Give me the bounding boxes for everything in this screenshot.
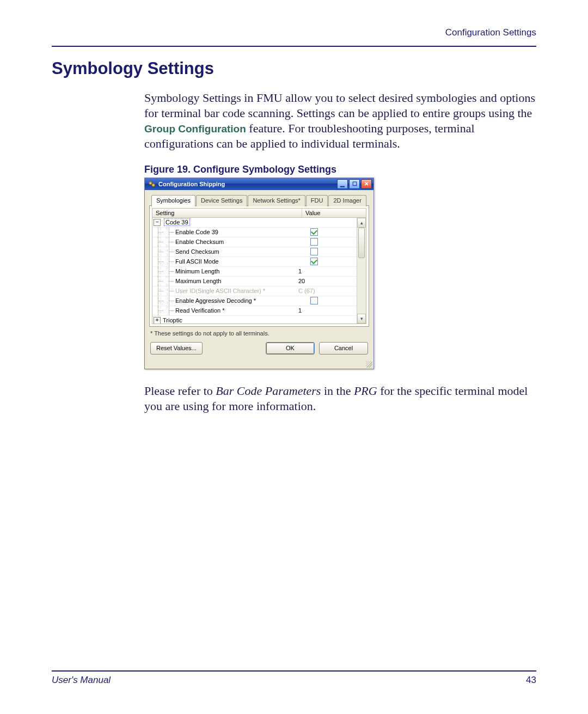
footnote: * These settings do not apply to all ter… [150, 330, 368, 337]
tree-label: Enable Checksum [175, 239, 224, 245]
tree-leaf-aggressive-decoding[interactable]: Enable Aggressive Decoding * [152, 296, 366, 306]
tab-fdu[interactable]: FDU [306, 195, 328, 206]
config-dialog: Configuration Shipping ▁ ☐ ✕ Symbologies… [144, 178, 374, 369]
tree-node-trioptic[interactable]: + Trioptic [152, 316, 366, 324]
tab-device-settings[interactable]: Device Settings [196, 195, 247, 206]
intro-paragraph: Symbology Settings in FMU allow you to s… [144, 90, 536, 152]
minimize-button[interactable]: ▁ [337, 179, 348, 189]
closing-paragraph: Please refer to Bar Code Parameters in t… [144, 383, 536, 414]
tree-label: Code 39 [164, 218, 190, 226]
ital-prg: PRG [354, 384, 377, 398]
svg-point-3 [153, 185, 154, 186]
tree-leaf-send-checksum[interactable]: Send Checksum [152, 247, 366, 257]
checkbox-icon[interactable] [310, 238, 318, 246]
gears-icon [148, 180, 156, 188]
tree-label: User ID(Single ASCII Character) * [175, 288, 265, 294]
tree-leaf-read-verification[interactable]: Read Verification * 1 [152, 306, 366, 316]
footer-manual: User's Manual [52, 675, 111, 685]
group-configuration-term: Group Configuration [144, 123, 246, 135]
footer-page-number: 43 [526, 675, 536, 686]
tab-network-settings[interactable]: Network Settings* [248, 195, 305, 206]
tree-leaf-max-length[interactable]: Maximum Length 20 [152, 277, 366, 286]
col-setting[interactable]: Setting [152, 209, 302, 217]
tree-leaf-enable-checksum[interactable]: Enable Checksum [152, 237, 366, 247]
scroll-down-icon[interactable]: ▾ [357, 314, 366, 324]
tree-label: Read Verification * [175, 307, 225, 314]
running-header: Configuration Settings [52, 27, 536, 38]
tree-leaf-full-ascii[interactable]: Full ASCII Mode [152, 257, 366, 267]
tree-leaf-enable-code39[interactable]: Enable Code 39 [152, 228, 366, 237]
checkbox-checked-icon[interactable] [310, 258, 318, 265]
cell-value: 1 [298, 268, 302, 274]
tab-symbologies[interactable]: Symbologies [151, 195, 195, 206]
maximize-button[interactable]: ☐ [349, 179, 360, 189]
col-value[interactable]: Value [302, 209, 366, 217]
ital-bar-code-params: Bar Code Parameters [216, 384, 321, 398]
tree-label: Enable Aggressive Decoding * [175, 297, 256, 304]
tree-label: Maximum Length [175, 278, 221, 284]
tree-label: Enable Code 39 [175, 229, 218, 235]
figure-caption: Figure 19. Configure Symbology Settings [144, 164, 536, 175]
page-footer: User's Manual 43 [52, 670, 536, 686]
tree-label: Trioptic [163, 317, 182, 324]
grid-header: Setting Value [152, 208, 366, 218]
tree-leaf-user-id: User ID(Single ASCII Character) * C (67) [152, 286, 366, 296]
expand-icon[interactable]: + [154, 317, 161, 324]
reset-values-button[interactable]: Reset Values... [150, 342, 203, 355]
tree-label: Minimum Length [175, 268, 219, 274]
tab-2d-imager[interactable]: 2D Imager [328, 195, 366, 206]
ok-button[interactable]: OK [266, 342, 315, 355]
tree-label: Send Checksum [175, 248, 219, 255]
tab-panel: Setting Value − Code 39 Enable Cod [149, 205, 369, 327]
cell-value: 1 [298, 307, 302, 314]
svg-point-1 [150, 182, 151, 184]
page-title: Symbology Settings [52, 59, 536, 78]
cancel-button[interactable]: Cancel [319, 342, 368, 355]
checkbox-icon[interactable] [310, 297, 318, 304]
checkbox-checked-icon[interactable] [310, 228, 318, 236]
tab-strip: Symbologies Device Settings Network Sett… [149, 194, 369, 206]
header-rule [52, 46, 536, 47]
cell-value: C (67) [298, 288, 315, 294]
dialog-title: Configuration Shipping [158, 181, 225, 187]
collapse-icon[interactable]: − [154, 219, 161, 226]
scroll-up-icon[interactable]: ▴ [357, 218, 366, 228]
dialog-titlebar[interactable]: Configuration Shipping ▁ ☐ ✕ [145, 178, 373, 190]
tree-node-code39[interactable]: − Code 39 [152, 218, 366, 228]
close-button[interactable]: ✕ [361, 179, 372, 189]
checkbox-icon[interactable] [310, 248, 318, 255]
resize-grip-icon[interactable] [145, 361, 373, 369]
settings-tree[interactable]: − Code 39 Enable Code 39 Enable Checksum [152, 218, 366, 324]
tree-leaf-min-length[interactable]: Minimum Length 1 [152, 267, 366, 277]
tree-label: Full ASCII Mode [175, 258, 218, 265]
scroll-thumb[interactable] [358, 228, 365, 258]
cell-value: 20 [298, 278, 305, 284]
vertical-scrollbar[interactable]: ▴ ▾ [357, 218, 366, 324]
